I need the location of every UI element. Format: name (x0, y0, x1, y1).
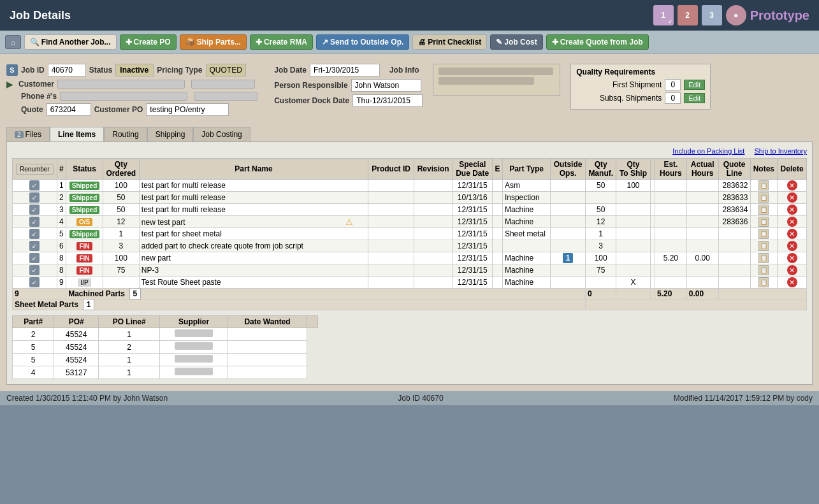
revision[interactable] (414, 264, 452, 277)
include-packing-list-link[interactable]: Include on Packing List (672, 147, 744, 155)
revision[interactable] (414, 204, 452, 216)
job-cost-button[interactable]: ✎ Job Cost (490, 34, 542, 50)
product-id[interactable] (368, 192, 414, 204)
job-id-field[interactable]: 40670 (48, 64, 86, 76)
qty-to-ship[interactable] (616, 240, 650, 252)
proto-icon-4[interactable]: ● (726, 5, 746, 25)
est-hours-input[interactable] (658, 254, 683, 263)
actual-hours[interactable] (686, 240, 718, 252)
ship-parts-button[interactable]: 📦 Ship Parts... (180, 34, 247, 50)
qty-to-ship-input[interactable] (622, 278, 644, 287)
revision-input[interactable] (416, 241, 442, 250)
product-id-input[interactable] (370, 266, 409, 275)
est-hours[interactable] (655, 192, 686, 204)
customer-field[interactable] (57, 80, 185, 89)
est-hours[interactable] (655, 240, 686, 252)
qty-ordered-input[interactable] (110, 266, 132, 275)
part-name-input[interactable] (141, 241, 345, 250)
est-hours[interactable] (655, 228, 686, 240)
qty-to-ship[interactable] (616, 277, 650, 289)
est-hours-input[interactable] (658, 181, 683, 190)
actual-hours-input[interactable] (690, 181, 715, 190)
qty-manuf[interactable] (586, 204, 616, 216)
person-responsible-field[interactable]: John Watson (351, 79, 421, 92)
revision[interactable] (414, 192, 452, 204)
quote-field[interactable]: 673204 (47, 103, 91, 116)
qty-to-ship-input[interactable] (622, 229, 644, 238)
notes-icon[interactable]: 📋 (758, 205, 769, 215)
est-hours-input[interactable] (658, 193, 683, 202)
revision[interactable] (414, 240, 452, 252)
notes-icon[interactable]: 📋 (758, 241, 769, 251)
est-hours[interactable] (655, 252, 686, 264)
delete-button[interactable]: ✕ (787, 253, 797, 263)
product-id[interactable] (368, 277, 414, 289)
row-expand-icon[interactable]: ↙ (29, 229, 40, 239)
part-name[interactable] (139, 204, 368, 216)
qty-to-ship[interactable] (616, 252, 650, 264)
product-id-input[interactable] (370, 193, 409, 202)
qty-manuf[interactable] (586, 240, 616, 252)
row-expand-icon[interactable]: ↙ (29, 277, 40, 287)
product-id-input[interactable] (370, 181, 409, 190)
po-table-wrapper[interactable]: Part# PO# PO Line# Supplier Date Wanted … (12, 315, 318, 379)
actual-hours[interactable] (686, 216, 718, 228)
est-hours-input[interactable] (658, 217, 683, 226)
product-id[interactable] (368, 264, 414, 277)
qty-manuf-input[interactable] (590, 278, 612, 287)
qty-to-ship[interactable] (616, 192, 650, 204)
row-expand-icon[interactable]: ↙ (29, 265, 40, 275)
customer-po-field[interactable]: testing PO/entry (146, 103, 229, 116)
delete-button[interactable]: ✕ (787, 241, 797, 251)
delete-button[interactable]: ✕ (787, 205, 797, 215)
actual-hours-input[interactable] (690, 266, 715, 275)
revision[interactable] (414, 216, 452, 228)
product-id-input[interactable] (370, 217, 409, 226)
product-id[interactable] (368, 228, 414, 240)
qty-manuf[interactable] (586, 277, 616, 289)
row-expand-icon[interactable]: ↙ (29, 241, 40, 251)
qty-manuf-input[interactable] (590, 205, 612, 214)
qty-to-ship[interactable] (616, 264, 650, 277)
actual-hours[interactable] (686, 252, 718, 264)
qty-ordered[interactable] (103, 264, 139, 277)
part-name[interactable] (139, 228, 368, 240)
qty-to-ship-input[interactable] (622, 193, 644, 202)
est-hours[interactable] (655, 264, 686, 277)
actual-hours-input[interactable] (690, 205, 715, 214)
product-id-input[interactable] (370, 229, 409, 238)
renumber-button[interactable]: Renumber (16, 164, 54, 175)
delete-button[interactable]: ✕ (787, 229, 797, 239)
est-hours-input[interactable] (658, 266, 683, 275)
qty-ordered-input[interactable] (110, 217, 132, 226)
notes-icon[interactable]: 📋 (758, 192, 769, 203)
part-name-input[interactable] (141, 181, 345, 190)
notes-icon[interactable]: 📋 (758, 277, 769, 287)
qty-to-ship[interactable] (616, 216, 650, 228)
qty-ordered[interactable] (103, 277, 139, 289)
qty-ordered[interactable] (103, 216, 139, 228)
est-hours[interactable] (655, 277, 686, 289)
product-id-input[interactable] (370, 278, 409, 287)
qty-manuf-input[interactable] (590, 193, 612, 202)
create-quote-button[interactable]: ✚ Create Quote from Job (546, 34, 649, 50)
tab-files[interactable]: 2Files (6, 127, 50, 141)
revision-input[interactable] (416, 266, 442, 275)
qty-manuf[interactable] (586, 228, 616, 240)
qty-to-ship-input[interactable] (622, 217, 644, 226)
est-hours-input[interactable] (658, 241, 683, 250)
customer-dock-date-field[interactable]: Thu-12/31/2015 (352, 94, 423, 107)
qty-to-ship[interactable] (616, 228, 650, 240)
delete-button[interactable]: ✕ (787, 265, 797, 275)
qty-ordered-input[interactable] (110, 254, 132, 263)
part-name[interactable] (139, 192, 368, 204)
revision-input[interactable] (416, 217, 442, 226)
ship-to-inventory-link[interactable]: Ship to Inventory (754, 147, 807, 155)
tab-line-items[interactable]: Line Items (50, 127, 104, 141)
row-expand-icon[interactable]: ↙ (29, 192, 40, 203)
qty-manuf[interactable] (586, 192, 616, 204)
qty-to-ship-input[interactable] (622, 254, 644, 263)
qty-manuf[interactable] (586, 264, 616, 277)
qty-ordered-input[interactable] (110, 241, 132, 250)
send-outside-button[interactable]: ↗ Send to Outside Op. (316, 34, 409, 50)
